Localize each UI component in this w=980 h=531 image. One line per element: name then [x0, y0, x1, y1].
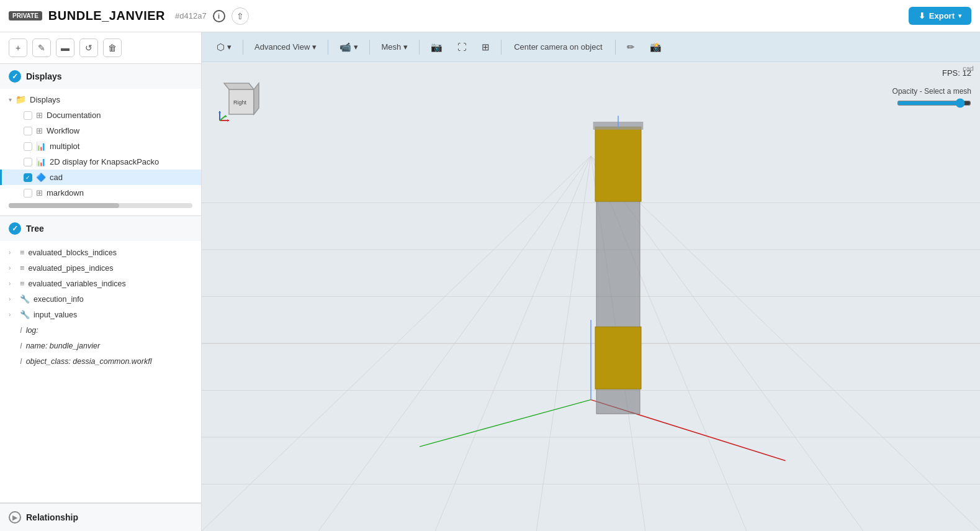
display-item-documentation[interactable]: ⊞ Documentation: [0, 107, 201, 123]
block-button[interactable]: ▬: [56, 39, 74, 57]
tree-item-input-values[interactable]: › 🔧 input_values: [0, 307, 201, 322]
tree-item-name[interactable]: I name: bundle_janvier: [0, 338, 201, 353]
camera-button[interactable]: 📷: [425, 39, 449, 56]
display-item-markdown-icon: ⊞: [36, 188, 43, 197]
tree-item-label: evaluated_pipes_indices: [29, 264, 114, 273]
svg-marker-31: [227, 119, 229, 122]
tree-item-chevron: ›: [9, 296, 16, 302]
display-item-2d-label: 2D display for KnapsackPacko: [50, 157, 159, 166]
tree-item-log[interactable]: I log:: [0, 322, 201, 338]
fullscreen-button[interactable]: ⛶: [451, 39, 473, 55]
svg-line-34: [220, 116, 226, 120]
video-button[interactable]: 📹 ▾: [333, 39, 364, 56]
tree-item-chevron: ›: [9, 249, 16, 256]
relationship-label: Relationship: [26, 512, 78, 522]
display-item-cad[interactable]: ✓ 🔷 cad: [0, 170, 201, 185]
snapshot-icon: 📸: [650, 42, 662, 53]
delete-button[interactable]: 🗑: [103, 39, 122, 57]
toolbar-divider-5: [501, 40, 501, 55]
displays-root-label: Displays: [30, 95, 60, 104]
tree-item-icon: 🔧: [20, 310, 30, 319]
view-mode-arrow: ▾: [227, 42, 232, 52]
edit-button[interactable]: ✎: [32, 39, 51, 57]
display-item-multiplot-icon: 📊: [36, 142, 46, 151]
relationship-section[interactable]: ▶ Relationship: [0, 503, 201, 531]
video-icon: 📹: [339, 42, 351, 53]
display-item-workflow-checkbox[interactable]: [24, 127, 32, 135]
opacity-label: Opacity - Select a mesh: [892, 87, 971, 96]
tree-item-icon: I: [20, 325, 22, 335]
display-item-cad-checkbox[interactable]: ✓: [24, 173, 32, 182]
display-item-markdown-checkbox[interactable]: [24, 189, 32, 197]
display-item-workflow-icon: ⊞: [36, 126, 43, 135]
info-icon[interactable]: i: [213, 10, 225, 22]
display-item-multiplot[interactable]: 📊 multiplot: [0, 138, 201, 154]
camera-icon: 📷: [431, 42, 443, 53]
export-button[interactable]: ⬇ Export ▾: [909, 7, 971, 25]
svg-rect-23: [595, 327, 641, 389]
display-item-2d[interactable]: 📊 2D display for KnapsackPacko: [0, 154, 201, 170]
display-item-2d-checkbox[interactable]: [24, 158, 32, 166]
tree-header[interactable]: ✓ Tree: [0, 216, 201, 241]
mesh-button[interactable]: Mesh ▾: [375, 39, 414, 55]
export-dropdown-arrow: ▾: [958, 12, 961, 19]
tree-item-evaluated-pipes[interactable]: › ≡ evaluated_pipes_indices: [0, 260, 201, 276]
display-item-multiplot-label: multiplot: [50, 142, 79, 151]
displays-root-chevron: ▾: [9, 96, 12, 103]
display-item-workflow[interactable]: ⊞ Workflow: [0, 123, 201, 138]
opacity-control: Opacity - Select a mesh: [892, 87, 971, 108]
displays-label: Displays: [26, 71, 62, 81]
export-label: Export: [929, 11, 955, 20]
nav-cube[interactable]: Right: [217, 77, 263, 125]
tree-item-icon: 🔧: [20, 294, 30, 304]
tree-item-icon: ≡: [20, 248, 25, 257]
cad-label: cad: [963, 65, 974, 72]
display-item-documentation-label: Documentation: [47, 111, 101, 120]
displays-root-item[interactable]: ▾ 📁 Displays: [0, 91, 201, 107]
advanced-view-arrow: ▾: [312, 42, 317, 52]
svg-marker-27: [224, 83, 254, 89]
svg-text:Right: Right: [233, 99, 247, 106]
toolbar-divider-3: [369, 40, 370, 55]
tree-item-label: input_values: [34, 311, 77, 319]
add-button[interactable]: +: [9, 39, 27, 57]
displays-root-folder-icon: 📁: [16, 94, 26, 104]
display-item-documentation-icon: ⊞: [36, 111, 43, 120]
tree-item-label: name: bundle_janvier: [26, 342, 101, 350]
toolbar-divider-6: [615, 40, 616, 55]
view-mode-button[interactable]: ⬡ ▾: [210, 39, 238, 56]
display-item-multiplot-checkbox[interactable]: [24, 142, 32, 151]
snapshot-button[interactable]: 📸: [644, 39, 668, 56]
displays-header[interactable]: ✓ Displays: [0, 64, 201, 89]
tree-check-icon: ✓: [9, 222, 21, 235]
video-arrow: ▾: [354, 42, 358, 52]
tree-item-label: object_class: dessia_common.workfl: [26, 357, 152, 366]
opacity-slider[interactable]: [897, 98, 971, 108]
display-item-markdown-label: markdown: [47, 188, 84, 197]
tree-item-evaluated-blocks[interactable]: › ≡ evaluated_blocks_indices: [0, 245, 201, 260]
tree-item-icon: ≡: [20, 263, 25, 273]
share-icon[interactable]: ⇧: [232, 7, 249, 25]
svg-marker-33: [218, 111, 221, 113]
grid-button[interactable]: ⊞: [475, 39, 496, 56]
displays-section: ✓ Displays ▾ 📁 Displays ⊞ Documentation …: [0, 64, 201, 216]
display-item-markdown[interactable]: ⊞ markdown: [0, 185, 201, 201]
tree-item-evaluated-variables[interactable]: › ≡ evaluated_variables_indices: [0, 276, 201, 291]
tree-item-label: log:: [26, 326, 38, 335]
sidebar-toolbar: + ✎ ▬ ↺ 🗑: [0, 32, 201, 64]
grid-icon: ⊞: [482, 42, 490, 53]
mesh-arrow: ▾: [403, 42, 408, 52]
toolbar-divider-4: [419, 40, 420, 55]
tree-item-object-class[interactable]: I object_class: dessia_common.workfl: [0, 353, 201, 369]
toolbar-divider-2: [328, 40, 328, 55]
main-layout: + ✎ ▬ ↺ 🗑 ✓ Displays ▾ 📁 Displays ⊞: [0, 32, 980, 531]
pencil-icon: ✏: [627, 42, 635, 53]
center-camera-button[interactable]: Center camera on object: [506, 39, 609, 55]
displays-scrollbar[interactable]: [9, 203, 192, 208]
pencil-button[interactable]: ✏: [621, 39, 641, 56]
refresh-button[interactable]: ↺: [79, 39, 98, 57]
tree-item-execution-info[interactable]: › 🔧 execution_info: [0, 291, 201, 307]
display-item-documentation-checkbox[interactable]: [24, 111, 32, 120]
canvas-3d[interactable]: cad: [202, 62, 980, 531]
advanced-view-button[interactable]: Advanced View ▾: [248, 39, 323, 55]
